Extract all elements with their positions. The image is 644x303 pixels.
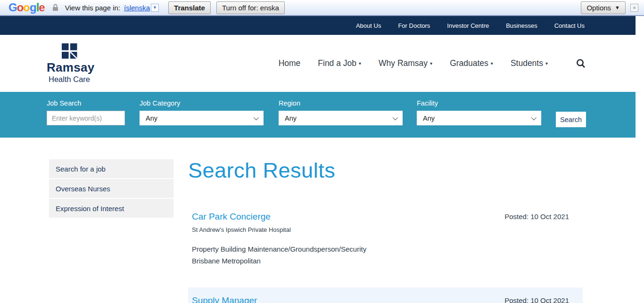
logo-text-health-care: Health Care	[47, 75, 92, 84]
sidebar: Search for a job Overseas Nurses Express…	[49, 159, 173, 219]
caret-down-icon: ▾	[359, 61, 361, 66]
job-category-select[interactable]: Any	[140, 111, 264, 125]
job-results-list: Car Park Concierge Posted: 10 Oct 2021 S…	[188, 204, 583, 303]
ramsay-logo[interactable]: Ramsay Health Care	[47, 43, 92, 84]
caret-down-icon: ▾	[545, 61, 548, 66]
sidebar-item-label: Overseas Nurses	[56, 185, 110, 193]
nav-item-home[interactable]: Home	[279, 58, 301, 68]
search-icon[interactable]	[576, 58, 586, 69]
search-button[interactable]: Search	[556, 112, 586, 127]
job-category-field: Job Category Any	[140, 99, 264, 138]
nav-label: Find a Job	[318, 58, 356, 68]
region-field: Region Any	[279, 99, 403, 138]
dropdown-arrow-icon: ▼	[615, 5, 620, 10]
options-label: Options	[586, 4, 611, 12]
caret-down-icon: ▾	[491, 61, 493, 66]
caret-down-icon: ▾	[430, 61, 432, 66]
nav-item-students[interactable]: Students▾	[511, 58, 548, 68]
options-button[interactable]: Options▼	[581, 1, 626, 14]
google-logo-letter: o	[23, 1, 30, 14]
job-category-value: Any	[146, 115, 157, 122]
job-search-bar: Job Search Job Category Any Region Any F…	[0, 92, 636, 138]
topbar-link-about-us[interactable]: About Us	[356, 22, 381, 29]
topbar-link-investor-centre[interactable]: Investor Centre	[447, 22, 489, 29]
view-page-in-label: View this page in:	[65, 4, 120, 12]
sidebar-item-search-for-a-job[interactable]: Search for a job	[49, 159, 173, 178]
language-dropdown-button[interactable]: ▼	[151, 4, 159, 12]
topbar-link-contact-us[interactable]: Contact Us	[554, 22, 585, 29]
topbar-link-for-doctors[interactable]: For Doctors	[398, 22, 430, 29]
job-posted-date: Posted: 10 Oct 2021	[504, 296, 569, 303]
search-results-main: Search Results Car Park Concierge Posted…	[188, 138, 583, 303]
sidebar-item-label: Search for a job	[56, 165, 106, 173]
job-region: Brisbane Metropolitan	[192, 257, 569, 265]
nav-item-find-a-job[interactable]: Find a Job▾	[318, 58, 361, 68]
language-link[interactable]: íslenska	[124, 4, 150, 12]
search-button-wrap: Search	[556, 99, 586, 138]
region-select[interactable]: Any	[279, 111, 403, 125]
region-value: Any	[285, 115, 297, 122]
job-row-gap	[188, 275, 583, 287]
chevron-down-icon	[393, 115, 398, 120]
google-logo-letter: o	[17, 1, 24, 14]
google-logo-letter: g	[30, 1, 36, 14]
nav-item-graduates[interactable]: Graduates▾	[450, 58, 493, 68]
facility-label: Facility	[417, 99, 541, 107]
job-category-label: Job Category	[140, 99, 264, 107]
main-navigation: Home Find a Job▾ Why Ramsay▾ Graduates▾ …	[279, 35, 586, 92]
job-row: Supply Manager Posted: 10 Oct 2021 Warri…	[188, 287, 583, 303]
job-title-link[interactable]: Supply Manager	[192, 295, 257, 303]
facility-value: Any	[423, 115, 435, 122]
google-translate-bar: Google View this page in: íslenska ▼ Tra…	[0, 0, 644, 16]
dropdown-arrow-icon: ▼	[153, 5, 157, 10]
region-label: Region	[279, 99, 403, 107]
job-category: Property Building Maintenance/Groundsper…	[192, 245, 569, 253]
nav-label: Graduates	[450, 58, 488, 68]
close-translate-bar-icon[interactable]: ×	[630, 4, 638, 12]
nav-label: Home	[279, 58, 301, 68]
chevron-down-icon	[254, 115, 259, 120]
lock-icon	[52, 4, 58, 11]
nav-label: Why Ramsay	[379, 58, 428, 68]
ramsay-logo-icon	[62, 43, 77, 59]
google-logo-letter: G	[8, 1, 17, 14]
sidebar-item-expression-of-interest[interactable]: Expression of Interest	[49, 199, 173, 218]
sidebar-item-overseas-nurses[interactable]: Overseas Nurses	[49, 179, 173, 198]
translate-button[interactable]: Translate	[168, 1, 211, 14]
job-title-link[interactable]: Car Park Concierge	[192, 212, 271, 222]
page-title: Search Results	[188, 158, 583, 183]
google-logo-letter: e	[39, 1, 44, 14]
nav-label: Students	[511, 58, 543, 68]
content-area: Search for a job Overseas Nurses Express…	[0, 138, 636, 303]
facility-select[interactable]: Any	[417, 111, 541, 125]
google-logo: Google	[8, 1, 45, 14]
job-search-label: Job Search	[47, 99, 125, 107]
job-facility: St Andrew's Ipswich Private Hospital	[192, 226, 569, 233]
corporate-topbar: About Us For Doctors Investor Centre Bus…	[0, 16, 636, 35]
chevron-down-icon	[531, 115, 537, 120]
nav-item-why-ramsay[interactable]: Why Ramsay▾	[379, 58, 432, 68]
sidebar-item-label: Expression of Interest	[56, 205, 124, 213]
keyword-input[interactable]	[47, 111, 125, 125]
logo-text-ramsay: Ramsay	[47, 60, 92, 75]
facility-field: Facility Any	[417, 99, 541, 138]
site-header: Ramsay Health Care Home Find a Job▾ Why …	[0, 35, 636, 92]
topbar-link-businesses[interactable]: Businesses	[506, 22, 537, 29]
job-posted-date: Posted: 10 Oct 2021	[504, 213, 569, 221]
turn-off-button[interactable]: Turn off for: enska	[216, 1, 285, 14]
page-container: About Us For Doctors Investor Centre Bus…	[0, 16, 636, 303]
job-row: Car Park Concierge Posted: 10 Oct 2021 S…	[188, 204, 583, 275]
job-search-field: Job Search	[47, 99, 125, 138]
